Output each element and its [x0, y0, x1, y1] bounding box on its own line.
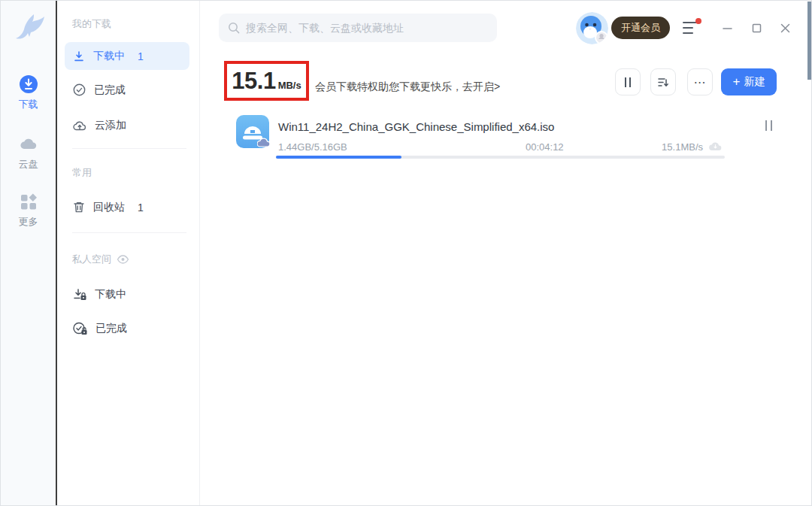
plus-icon: +	[733, 74, 741, 89]
membership-promo-link[interactable]: 会员下载特权助您下载更快乐，去开启>	[315, 80, 500, 94]
eye-icon[interactable]	[117, 255, 129, 264]
more-grid-icon	[19, 192, 38, 211]
rail-download-label: 下载	[1, 98, 56, 111]
sort-button[interactable]	[650, 68, 676, 95]
sidebar-item-private-completed[interactable]: 已完成	[65, 314, 189, 342]
pause-all-button[interactable]	[615, 68, 641, 95]
check-circle-icon	[73, 83, 86, 96]
menu-icon[interactable]	[683, 22, 701, 35]
minimize-button[interactable]	[720, 20, 735, 35]
avatar[interactable]	[576, 12, 608, 44]
more-actions-button[interactable]: ⋯	[687, 68, 713, 95]
rail-cloud-label: 云盘	[1, 158, 56, 171]
new-task-label: 新建	[744, 75, 765, 89]
private-downloading-label: 下载中	[95, 288, 126, 301]
download-file-name: Win11_24H2_China_GGK_Chinese_Simplified_…	[278, 120, 554, 133]
minimize-icon	[722, 23, 733, 34]
thunder-logo-icon	[11, 11, 47, 47]
main-panel: 开通会员 15.1 MB/s 会员下载特权助您下载更快乐，去开启>	[201, 1, 812, 506]
speed-cloud-icon	[709, 141, 722, 151]
search-bar[interactable]	[219, 14, 497, 42]
cloud-badge-icon	[257, 138, 271, 147]
sidebar-item-recycle-bin[interactable]: 回收站 1	[65, 193, 189, 221]
download-speed: 15.1MB/s	[644, 141, 703, 153]
ellipsis-icon: ⋯	[694, 75, 707, 89]
download-time-remaining: 00:04:12	[526, 141, 564, 153]
close-icon	[780, 23, 791, 34]
notification-dot	[695, 18, 701, 24]
pause-icon	[625, 77, 631, 87]
sort-icon	[657, 77, 669, 88]
maximize-icon	[751, 23, 762, 34]
rail-item-more[interactable]: 更多	[1, 192, 56, 229]
rail-more-label: 更多	[1, 215, 56, 229]
progress-bar	[276, 156, 725, 159]
maximize-button[interactable]	[749, 20, 764, 35]
downloading-count: 1	[138, 50, 144, 62]
downloading-label: 下载中	[93, 50, 125, 63]
sidebar: 我的下载 下载中 1 已完成 云添加 常用	[59, 1, 200, 506]
app-window: 下载 云盘 更多 我的下载	[0, 0, 812, 506]
download-size-progress: 1.44GB/5.16GB	[278, 141, 347, 153]
section-private-space: 私人空间	[72, 253, 129, 266]
task-pause-button[interactable]	[765, 120, 772, 131]
search-input[interactable]	[246, 22, 488, 34]
download-speed-value: 15.1	[232, 68, 275, 95]
recycle-bin-label: 回收站	[93, 201, 125, 214]
speed-annotation-box: 15.1 MB/s	[224, 61, 309, 101]
download-speed-unit: MB/s	[278, 80, 301, 91]
recycle-bin-count: 1	[138, 201, 144, 214]
check-circle-lock-icon	[73, 322, 87, 335]
close-button[interactable]	[777, 20, 792, 35]
scrollbar-thumb[interactable]	[807, 2, 811, 80]
activate-membership-button[interactable]: 开通会员	[611, 17, 670, 39]
download-icon	[73, 50, 85, 62]
download-lock-icon	[73, 288, 86, 301]
sidebar-divider	[72, 232, 186, 233]
cloud-icon	[19, 135, 38, 154]
search-icon	[228, 22, 240, 34]
trash-icon	[73, 201, 85, 214]
download-circle-icon	[19, 74, 38, 94]
sidebar-item-downloading[interactable]: 下载中 1	[65, 42, 189, 70]
sidebar-item-cloud-add[interactable]: 云添加	[65, 111, 189, 139]
section-my-downloads: 我的下载	[72, 17, 111, 31]
cloud-add-label: 云添加	[95, 119, 126, 132]
completed-label: 已完成	[94, 83, 126, 97]
left-rail: 下载 云盘 更多	[1, 1, 57, 506]
section-common: 常用	[72, 166, 92, 180]
progress-fill	[276, 156, 401, 159]
sidebar-item-completed[interactable]: 已完成	[65, 76, 189, 104]
rail-item-download[interactable]: 下载	[1, 74, 56, 111]
rail-item-cloud-drive[interactable]: 云盘	[1, 135, 56, 171]
download-task-row[interactable]: Win11_24H2_China_GGK_Chinese_Simplified_…	[201, 111, 795, 163]
sidebar-divider	[72, 148, 186, 149]
private-space-label: 私人空间	[72, 253, 111, 266]
private-completed-label: 已完成	[95, 322, 127, 335]
sidebar-item-private-downloading[interactable]: 下载中	[65, 280, 189, 308]
new-task-button[interactable]: + 新建	[721, 68, 777, 95]
cloud-upload-icon	[73, 120, 86, 132]
